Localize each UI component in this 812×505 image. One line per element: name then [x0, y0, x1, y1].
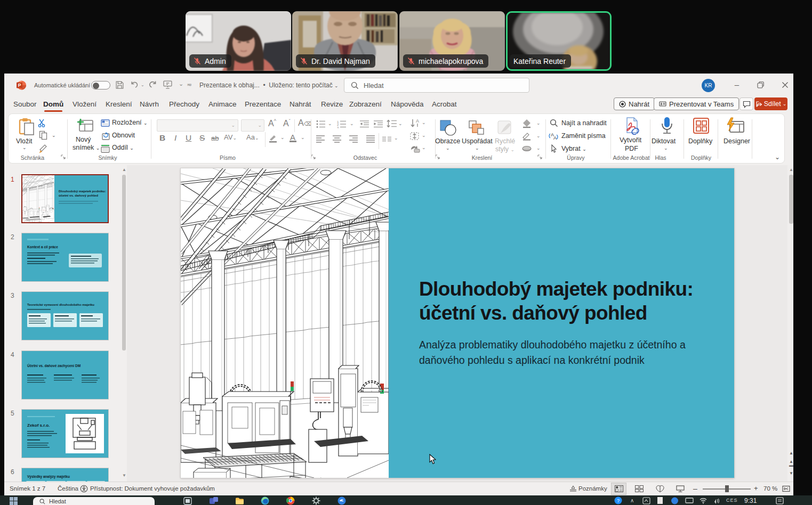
- svg-text:P: P: [18, 83, 21, 88]
- svg-text:Kontext a cíl práce: Kontext a cíl práce: [27, 245, 58, 249]
- svg-text:Teoretické vymezení dlouhodobé: Teoretické vymezení dlouhodobého majetku: [27, 303, 94, 306]
- svg-text:účetní vs. daňový pohled: účetní vs. daňový pohled: [59, 193, 98, 197]
- svg-text:A: A: [553, 135, 557, 141]
- svg-text:A: A: [416, 118, 419, 124]
- svg-text:Účetní vs. daňové zachycení DM: Účetní vs. daňové zachycení DM: [27, 363, 81, 368]
- svg-text:Zekof s.r.o.: Zekof s.r.o.: [27, 423, 50, 428]
- svg-text:Dlouhodobý majetek podniku:: Dlouhodobý majetek podniku:: [59, 189, 106, 193]
- svg-text:?: ?: [617, 498, 620, 503]
- svg-text:3: 3: [337, 126, 339, 129]
- svg-text:Výsledky analýzy majetku: Výsledky analýzy majetku: [27, 475, 70, 479]
